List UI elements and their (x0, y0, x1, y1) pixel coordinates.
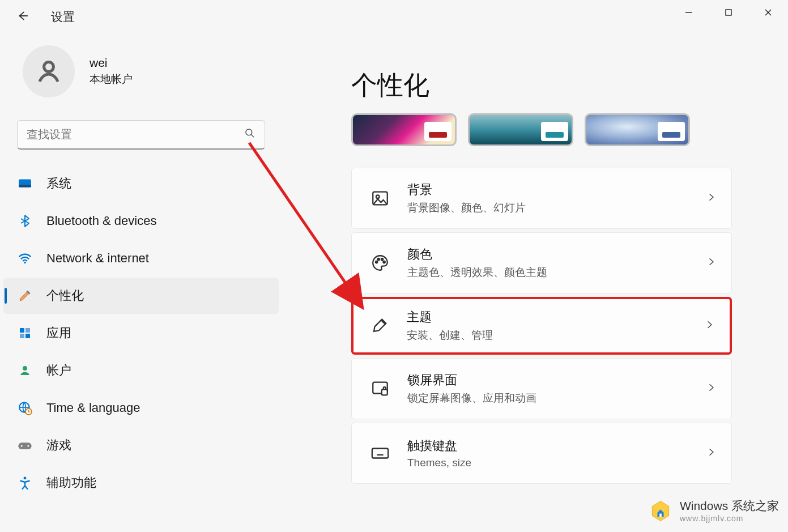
svg-point-27 (383, 261, 385, 263)
sidebar-item-accessibility[interactable]: 辅助功能 (3, 465, 279, 501)
profile-account-type: 本地帐户 (90, 72, 133, 87)
picture-icon (370, 188, 390, 208)
close-icon (764, 8, 772, 16)
main-content: 个性化 背景 背景图像、颜色、幻灯片 (351, 68, 777, 532)
svg-rect-29 (382, 389, 387, 395)
paintbrush-icon (17, 288, 33, 304)
setting-item-themes[interactable]: 主题 安装、创建、管理 (351, 297, 732, 355)
minimize-button[interactable] (669, 0, 709, 25)
chevron-right-icon (706, 446, 717, 461)
theme-preview-3[interactable] (585, 113, 690, 146)
svg-line-7 (252, 135, 254, 137)
maximize-button[interactable] (709, 0, 748, 25)
avatar (23, 45, 75, 97)
svg-point-10 (24, 262, 25, 263)
svg-rect-13 (20, 334, 24, 338)
setting-title: 背景 (407, 181, 526, 198)
keyboard-icon (370, 443, 390, 463)
svg-point-21 (24, 476, 27, 479)
theme-accent-swatch (658, 122, 685, 141)
svg-rect-11 (20, 328, 24, 333)
setting-text: 主题 安装、创建、管理 (407, 309, 493, 343)
apps-icon (17, 325, 33, 341)
profile-text: wei 本地帐户 (90, 56, 133, 87)
svg-rect-2 (726, 10, 731, 15)
setting-desc: 安装、创建、管理 (407, 328, 493, 343)
setting-item-touchkeyboard[interactable]: 触摸键盘 Themes, size (351, 423, 732, 484)
svg-rect-18 (18, 442, 31, 449)
sidebar-item-time[interactable]: Time & language (3, 390, 279, 426)
sidebar-item-label: 辅助功能 (46, 474, 96, 491)
sidebar-item-label: 个性化 (46, 287, 84, 304)
setting-title: 锁屏界面 (407, 372, 536, 389)
sidebar-item-bluetooth[interactable]: Bluetooth & devices (3, 203, 279, 239)
back-arrow-icon (16, 10, 28, 22)
profile-name: wei (90, 56, 133, 70)
sidebar-item-label: Bluetooth & devices (46, 214, 156, 228)
sidebar-item-label: 游戏 (46, 437, 71, 454)
setting-item-colors[interactable]: 颜色 主题色、透明效果、颜色主题 (351, 232, 732, 293)
theme-preview-2[interactable] (468, 113, 573, 146)
setting-desc: 主题色、透明效果、颜色主题 (407, 265, 547, 280)
svg-rect-12 (25, 328, 30, 333)
search-icon (244, 127, 255, 142)
sidebar-item-network[interactable]: Network & internet (3, 240, 279, 276)
maximize-icon (725, 8, 732, 16)
svg-rect-9 (19, 185, 31, 187)
sidebar: wei 本地帐户 系统 Bluetooth & devices Network … (0, 45, 282, 502)
setting-desc: Themes, size (407, 457, 471, 469)
sidebar-item-gaming[interactable]: 游戏 (3, 427, 279, 463)
setting-text: 背景 背景图像、颜色、幻灯片 (407, 181, 526, 215)
globe-clock-icon (17, 400, 33, 416)
svg-point-23 (376, 195, 380, 198)
setting-title: 主题 (407, 309, 493, 326)
sidebar-item-system[interactable]: 系统 (3, 165, 279, 202)
window-controls (669, 0, 788, 25)
close-button[interactable] (748, 0, 788, 25)
app-title: 设置 (51, 9, 75, 25)
theme-preview-row (351, 113, 777, 146)
bluetooth-icon (17, 213, 33, 229)
sidebar-item-label: 帐户 (46, 362, 71, 379)
setting-item-background[interactable]: 背景 背景图像、颜色、幻灯片 (351, 168, 732, 229)
brush-icon (369, 316, 390, 336)
sidebar-item-apps[interactable]: 应用 (3, 315, 279, 351)
svg-point-20 (27, 445, 29, 447)
page-title: 个性化 (351, 68, 777, 103)
minimize-icon (685, 8, 693, 16)
palette-icon (370, 253, 390, 273)
setting-title: 触摸键盘 (407, 437, 471, 454)
sidebar-item-label: Network & internet (46, 251, 149, 266)
setting-desc: 锁定屏幕图像、应用和动画 (407, 391, 536, 406)
setting-text: 锁屏界面 锁定屏幕图像、应用和动画 (407, 372, 536, 406)
display-icon (17, 176, 33, 191)
chevron-right-icon (706, 381, 717, 396)
svg-rect-30 (372, 449, 388, 458)
svg-rect-14 (25, 334, 30, 338)
accessibility-icon (17, 475, 33, 491)
svg-point-26 (381, 258, 383, 260)
nav-list: 系统 Bluetooth & devices Network & interne… (0, 165, 282, 501)
user-profile[interactable]: wei 本地帐户 (23, 45, 282, 97)
account-icon (17, 363, 33, 378)
chevron-right-icon (706, 191, 717, 206)
gamepad-icon (17, 437, 33, 453)
setting-title: 颜色 (407, 246, 547, 263)
settings-list: 背景 背景图像、颜色、幻灯片 颜色 主题色、透明效果、颜色主题 (351, 168, 732, 484)
setting-item-lockscreen[interactable]: 锁屏界面 锁定屏幕图像、应用和动画 (351, 358, 732, 419)
sidebar-item-label: 系统 (46, 175, 71, 192)
setting-desc: 背景图像、颜色、幻灯片 (407, 201, 526, 215)
theme-preview-1[interactable] (351, 113, 457, 146)
sidebar-item-account[interactable]: 帐户 (3, 352, 279, 389)
search-input[interactable] (27, 128, 244, 141)
back-button[interactable] (16, 10, 32, 25)
sidebar-item-label: Time & language (46, 401, 140, 415)
svg-point-25 (377, 258, 379, 260)
theme-accent-swatch (424, 122, 451, 141)
search-box[interactable] (17, 120, 265, 150)
chevron-right-icon (705, 318, 715, 333)
sidebar-item-personalization[interactable]: 个性化 (3, 278, 279, 314)
svg-point-19 (21, 445, 23, 447)
svg-point-15 (23, 366, 27, 371)
chevron-right-icon (706, 256, 717, 270)
